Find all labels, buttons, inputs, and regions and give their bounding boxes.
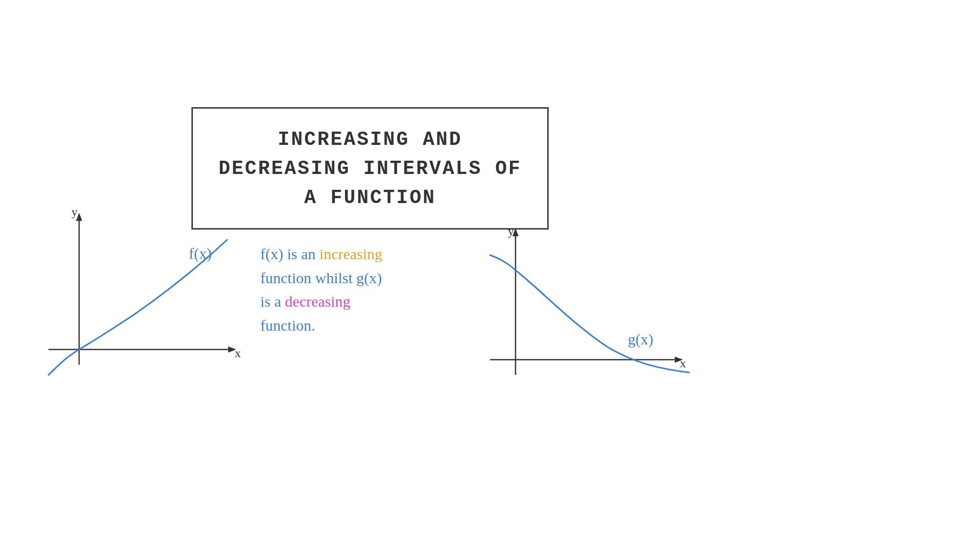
desc-line3: is a decreasing — [260, 290, 382, 314]
desc-line4: function. — [260, 314, 382, 338]
fx-label: f(x) — [189, 245, 212, 262]
chart-right: y x — [480, 227, 694, 400]
page: INCREASING AND DECREASING INTERVALS OF A… — [0, 0, 980, 551]
title-line3: A FUNCTION — [304, 187, 436, 209]
svg-text:x: x — [235, 346, 241, 360]
desc-line2: function whilst g(x) — [260, 266, 382, 290]
title-line1: INCREASING AND — [278, 129, 462, 151]
desc-line1: f(x) is an increasing — [260, 242, 382, 266]
svg-text:y: y — [71, 207, 78, 218]
description-text: f(x) is an increasing function whilst g(… — [260, 242, 382, 337]
svg-text:x: x — [680, 357, 686, 370]
svg-text:y: y — [508, 227, 514, 238]
chart-left: y x — [33, 207, 253, 390]
title-line2: DECREASING INTERVALS OF — [218, 158, 522, 180]
gx-label: g(x) — [628, 331, 653, 348]
title-text: INCREASING AND DECREASING INTERVALS OF A… — [218, 125, 522, 212]
